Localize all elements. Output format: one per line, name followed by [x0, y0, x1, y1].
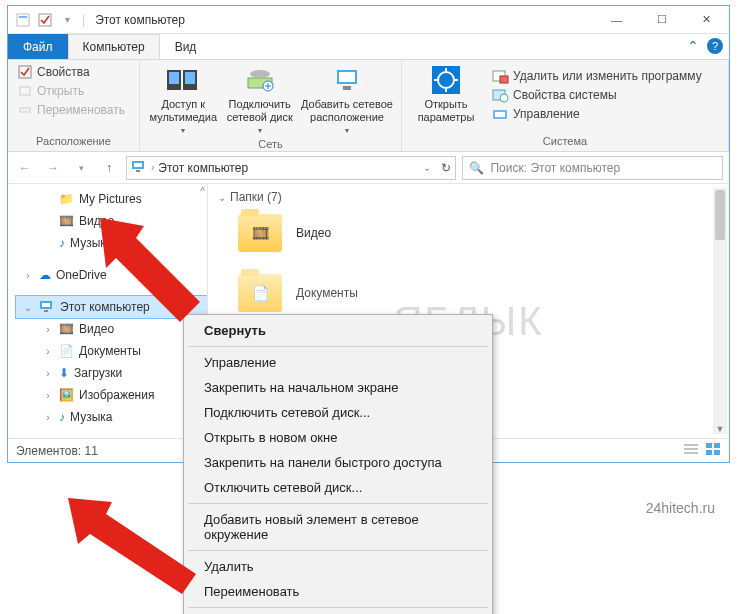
quick-access-toolbar: ▾ — [8, 11, 82, 29]
tree-item-music2[interactable]: ›♪Музыка — [16, 406, 207, 428]
menu-pin-quick[interactable]: Закрепить на панели быстрого доступа — [186, 450, 490, 475]
item-count: Элементов: 11 — [16, 444, 98, 458]
forward-button: → — [42, 157, 64, 179]
svg-marker-42 — [68, 498, 196, 594]
svg-rect-15 — [343, 86, 351, 90]
group-label: Расположение — [16, 133, 131, 147]
scroll-thumb[interactable] — [715, 190, 725, 240]
menu-delete[interactable]: Удалить — [186, 554, 490, 579]
attribution: 24hitech.ru — [646, 500, 715, 516]
svg-rect-2 — [39, 14, 51, 26]
tree-item-downloads[interactable]: ›⬇Загрузки — [16, 362, 207, 384]
svg-point-11 — [250, 70, 270, 78]
menu-map-drive[interactable]: Подключить сетевой диск... — [186, 400, 490, 425]
svg-rect-0 — [17, 14, 29, 26]
collapse-ribbon-icon[interactable]: ⌃ — [687, 38, 699, 54]
svg-rect-32 — [42, 303, 50, 307]
context-menu: Свернуть Управление Закрепить на начальн… — [183, 314, 493, 614]
menu-add-network-location[interactable]: Добавить новый элемент в сетевое окружен… — [186, 507, 490, 547]
red-arrow-bottom — [68, 498, 208, 608]
folder-video[interactable]: 🎞️ Видео — [238, 214, 719, 252]
menu-rename[interactable]: Переименовать — [186, 579, 490, 604]
scrollbar[interactable]: ▲ ▼ — [713, 188, 727, 434]
downloads-icon: ⬇ — [59, 366, 69, 380]
close-button[interactable]: ✕ — [684, 6, 729, 34]
menu-disconnect-drive[interactable]: Отключить сетевой диск... — [186, 475, 490, 500]
folder-icon: 📄 — [238, 274, 282, 312]
folder-documents[interactable]: 📄 Документы — [238, 274, 719, 312]
folder-icon: 🎞️ — [238, 214, 282, 252]
tree-item-documents[interactable]: ›📄Документы — [16, 340, 207, 362]
svg-rect-38 — [714, 443, 720, 448]
access-media-button[interactable]: Доступ к мультимедиа▾ — [148, 64, 218, 136]
tree-item-my-pictures[interactable]: 📁My Pictures — [16, 188, 207, 210]
ribbon-group-network: Доступ к мультимедиа▾ Подключить сетевой… — [140, 60, 402, 151]
back-button[interactable]: ← — [14, 157, 36, 179]
menu-pin-start[interactable]: Закрепить на начальном экране — [186, 375, 490, 400]
search-icon: 🔍 — [469, 161, 484, 175]
add-network-location-button[interactable]: Добавить сетевое расположение▾ — [301, 64, 393, 136]
help-icon[interactable]: ? — [707, 38, 723, 54]
manage-button[interactable]: Управление — [490, 106, 704, 122]
onedrive-icon: ☁ — [39, 268, 51, 282]
group-header[interactable]: ⌄Папки (7) — [218, 190, 719, 204]
undo-icon[interactable]: ▾ — [58, 11, 76, 29]
svg-marker-41 — [100, 218, 200, 322]
address-dropdown-icon[interactable]: ⌄ — [423, 162, 431, 173]
svg-rect-14 — [339, 72, 355, 82]
system-properties-button[interactable]: Свойства системы — [490, 87, 704, 103]
rename-button: Переименовать — [16, 102, 127, 118]
scroll-down-icon[interactable]: ▼ — [713, 424, 727, 434]
svg-rect-40 — [714, 450, 720, 455]
video-icon: 🎞️ — [59, 214, 74, 228]
svg-point-25 — [500, 94, 508, 102]
svg-rect-29 — [134, 163, 142, 167]
menu-manage[interactable]: Управление — [186, 350, 490, 375]
svg-rect-5 — [20, 108, 30, 112]
tab-view[interactable]: Вид — [160, 34, 212, 59]
search-box[interactable]: 🔍 Поиск: Этот компьютер — [462, 156, 723, 180]
window-controls: — ☐ ✕ — [594, 6, 729, 34]
open-settings-button[interactable]: Открыть параметры — [410, 64, 482, 124]
up-button[interactable]: ↑ — [98, 157, 120, 179]
map-drive-button[interactable]: Подключить сетевой диск▾ — [224, 64, 294, 136]
tiles-view-icon[interactable] — [705, 442, 721, 459]
address-text: Этот компьютер — [158, 161, 248, 175]
titlebar: ▾ | Этот компьютер — ☐ ✕ — [8, 6, 729, 34]
svg-rect-8 — [169, 72, 179, 84]
tree-item-images[interactable]: ›🖼️Изображения — [16, 384, 207, 406]
details-view-icon[interactable] — [683, 442, 699, 459]
music-icon: ♪ — [59, 410, 65, 424]
video-icon: 🎞️ — [59, 322, 74, 336]
svg-rect-27 — [495, 112, 505, 117]
menu-collapse[interactable]: Свернуть — [186, 318, 490, 343]
documents-icon: 📄 — [59, 344, 74, 358]
group-label: Сеть — [148, 136, 393, 150]
minimize-button[interactable]: — — [594, 6, 639, 34]
pc-icon — [131, 159, 147, 176]
tab-file[interactable]: Файл — [8, 34, 68, 59]
group-label: Система — [410, 133, 720, 147]
recent-button[interactable]: ▾ — [70, 157, 92, 179]
file-icon — [14, 11, 32, 29]
maximize-button[interactable]: ☐ — [639, 6, 684, 34]
uninstall-program-button[interactable]: Удалить или изменить программу — [490, 68, 704, 84]
properties-button[interactable]: Свойства — [16, 64, 127, 80]
svg-rect-30 — [136, 170, 140, 172]
music-icon: ♪ — [59, 236, 65, 250]
svg-rect-4 — [20, 87, 30, 95]
window-title: Этот компьютер — [85, 13, 594, 27]
menu-open-new-window[interactable]: Открыть в новом окне — [186, 425, 490, 450]
images-icon: 🖼️ — [59, 388, 74, 402]
tab-computer[interactable]: Компьютер — [68, 34, 160, 59]
properties-icon[interactable] — [36, 11, 54, 29]
svg-rect-23 — [500, 76, 508, 83]
svg-rect-39 — [706, 450, 712, 455]
address-bar[interactable]: › Этот компьютер ⌄ ↻ — [126, 156, 456, 180]
scroll-up-icon[interactable]: ^ — [200, 186, 205, 197]
refresh-icon[interactable]: ↻ — [441, 161, 451, 175]
svg-rect-37 — [706, 443, 712, 448]
ribbon-tabs: Файл Компьютер Вид ⌃ ? — [8, 34, 729, 60]
svg-rect-1 — [19, 16, 27, 18]
red-arrow-top — [100, 218, 210, 328]
